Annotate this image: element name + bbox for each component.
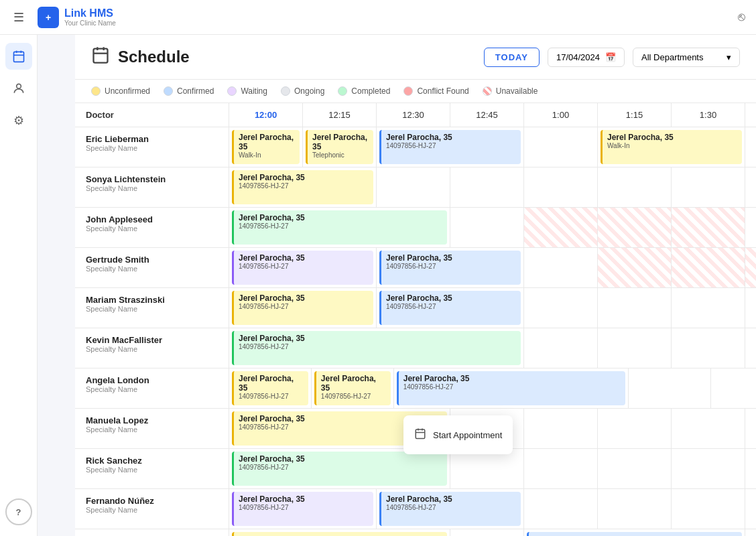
cell[interactable]: Jerel Parocha, 35 14097856-HJ-27 (377, 489, 524, 529)
appointment-card[interactable]: Jerel Parocha, 35 14097856-HJ-27 (232, 251, 373, 285)
cell[interactable] (672, 449, 745, 488)
cell[interactable] (745, 529, 756, 536)
cell[interactable] (672, 489, 745, 529)
cell[interactable] (672, 168, 745, 207)
appointment-card[interactable]: Jerel Parocha, 35 Walk-In (601, 130, 742, 164)
appointment-card[interactable]: Jerel Parocha, 35 14097856-HJ-27 (379, 251, 521, 285)
appointment-card[interactable]: Jerel Parocha, 35 14097856-HJ-27 (232, 210, 447, 245)
cell[interactable]: Jerel Parocha, 35 14097856-HJ-27 (377, 127, 524, 167)
cell[interactable]: Jerel Parocha, 35 14097856-HJ-27 (524, 529, 745, 536)
cell[interactable]: Jerel Parocha, 35 Walk-In (598, 127, 745, 167)
cell[interactable] (524, 248, 598, 287)
appointment-card[interactable]: Jerel Parocha, 35 14097856-HJ-27 (527, 532, 742, 536)
svg-point-4 (16, 84, 21, 88)
appointment-card[interactable]: Jerel Parocha, 35 14097856-HJ-27 (379, 492, 521, 526)
cell-unavailable (598, 248, 672, 287)
cell[interactable]: Jerel Parocha, 35 Walk-In (229, 127, 303, 167)
cell[interactable] (672, 288, 745, 328)
cell[interactable] (598, 489, 672, 529)
cell[interactable]: Jerel Parocha, 35 14097856-HJ-27 (229, 248, 377, 287)
cell[interactable]: Jerel Parocha, 35 14097856-HJ-27 (229, 529, 450, 536)
cell[interactable]: Jerel Parocha, 35 14097856-HJ-27 (229, 208, 450, 247)
cell[interactable]: Jerel Parocha, 35 14097856-HJ-27 (229, 328, 524, 368)
cell[interactable]: Jerel Parocha, 35 14097856-HJ-27 (229, 168, 377, 207)
svg-rect-9 (416, 429, 425, 439)
appointment-card[interactable]: Jerel Parocha, 35 14097856-HJ-27 (232, 492, 373, 526)
cell[interactable] (629, 368, 711, 408)
cell[interactable] (450, 208, 524, 247)
cell[interactable]: Jerel Parocha, 35 14097856-HJ-27 (229, 288, 377, 328)
cell[interactable] (377, 168, 450, 207)
waiting-dot (227, 86, 237, 96)
app-name: Link HMS (64, 7, 116, 19)
cell[interactable] (598, 409, 672, 448)
schedule-container[interactable]: Doctor 12:00 12:15 12:30 12:45 1:00 1:15… (75, 103, 756, 536)
cell[interactable] (524, 409, 598, 448)
cell[interactable]: Jerel Parocha, 35 14097856-HJ-27 (229, 368, 312, 408)
logout-icon[interactable]: ⎋ (738, 10, 745, 24)
appointment-card[interactable]: Jerel Parocha, 35 14097856-HJ-27 (232, 170, 373, 204)
cell[interactable] (450, 529, 524, 536)
cell[interactable]: Jerel Parocha, 35 14097856-HJ-27 (312, 368, 394, 408)
cell[interactable] (745, 409, 756, 448)
appointment-card[interactable]: Jerel Parocha, 35 14097856-HJ-27 (379, 291, 521, 325)
appointment-card[interactable]: Jerel Parocha, 35 14097856-HJ-27 (232, 532, 447, 536)
cell[interactable] (450, 168, 524, 207)
logo-icon: + (38, 7, 59, 28)
start-appointment-menu-item[interactable]: Start Appointment (403, 421, 513, 449)
department-selector[interactable]: All Departments ▾ (633, 48, 740, 67)
cell[interactable] (745, 328, 756, 368)
cell[interactable] (598, 168, 672, 207)
sidebar-item-schedule[interactable] (5, 43, 32, 70)
cell[interactable] (672, 328, 745, 368)
page-title: Schedule (118, 48, 190, 66)
appointment-card[interactable]: Jerel Parocha, 35 14097856-HJ-27 (314, 371, 391, 405)
ongoing-dot (281, 86, 290, 96)
cell[interactable] (524, 489, 598, 529)
date-value: 17/04/2024 (556, 52, 600, 62)
cell[interactable]: Jerel Parocha, 35 14097856-HJ-27 (229, 449, 450, 488)
row-cells: Jerel Parocha, 35 Walk-In Jerel Parocha,… (229, 127, 756, 167)
cell[interactable]: Jerel Parocha, 35 14097856-HJ-27 (377, 248, 524, 287)
date-picker[interactable]: 17/04/2024 📅 (548, 48, 625, 67)
cell[interactable] (672, 409, 745, 448)
appointment-card[interactable]: Jerel Parocha, 35 Walk-In (232, 130, 300, 164)
cell[interactable]: Jerel Parocha, 35 Telephonic (303, 127, 377, 167)
cell[interactable]: Jerel Parocha, 35 14097856-HJ-27 (394, 368, 629, 408)
cell[interactable] (745, 168, 756, 207)
menu-icon[interactable]: ☰ (11, 7, 27, 27)
svg-rect-5 (94, 49, 108, 63)
cell[interactable] (745, 127, 756, 167)
appointment-card[interactable]: Jerel Parocha, 35 14097856-HJ-27 (379, 130, 521, 164)
sidebar-item-help[interactable]: ? (5, 498, 32, 525)
appointment-card[interactable]: Jerel Parocha, 35 Telephonic (306, 130, 373, 164)
cell[interactable] (524, 168, 598, 207)
appointment-card[interactable]: Jerel Parocha, 35 14097856-HJ-27 (232, 331, 521, 365)
cell[interactable] (745, 489, 756, 529)
sidebar-item-patients[interactable] (5, 75, 32, 102)
row-cells: Jerel Parocha, 35 14097856-HJ-27 (229, 449, 756, 488)
sidebar-item-settings[interactable]: ⚙ (5, 107, 32, 134)
time-slot-130: 1:30 (672, 103, 745, 127)
today-button[interactable]: TODAY (484, 48, 540, 67)
start-appointment-label: Start Appointment (433, 430, 502, 440)
cell[interactable] (450, 449, 524, 488)
cell[interactable] (524, 449, 598, 488)
cell[interactable] (745, 288, 756, 328)
cell[interactable] (598, 449, 672, 488)
cell[interactable] (745, 208, 756, 247)
cell[interactable] (524, 127, 598, 167)
appointment-card[interactable]: Jerel Parocha, 35 14097856-HJ-27 (232, 291, 373, 325)
cell[interactable] (524, 328, 598, 368)
cell[interactable] (711, 368, 756, 408)
appointment-card[interactable]: Jerel Parocha, 35 14097856-HJ-27 (397, 371, 626, 405)
appointment-card[interactable]: Jerel Parocha, 35 14097856-HJ-27 (232, 452, 447, 486)
cell[interactable] (524, 288, 598, 328)
cell[interactable]: Jerel Parocha, 35 14097856-HJ-27 (377, 288, 524, 328)
cell[interactable] (598, 328, 672, 368)
cell[interactable] (598, 288, 672, 328)
cell[interactable]: Jerel Parocha, 35 14097856-HJ-27 (229, 489, 377, 529)
appointment-card[interactable]: Jerel Parocha, 35 14097856-HJ-27 (232, 371, 308, 405)
schedule-table: Doctor 12:00 12:15 12:30 12:45 1:00 1:15… (75, 103, 756, 536)
cell[interactable] (745, 449, 756, 488)
